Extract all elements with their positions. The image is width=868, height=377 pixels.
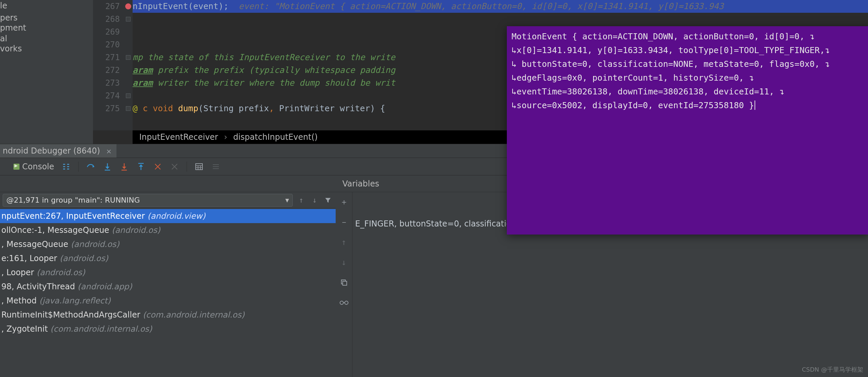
svg-rect-1 [122, 170, 127, 171]
fold-toggle-icon[interactable] [126, 106, 130, 111]
frame-label: , Method [1, 296, 39, 306]
svg-point-7 [345, 301, 348, 304]
tree-item[interactable]: al [0, 34, 93, 44]
svg-point-6 [340, 301, 343, 304]
tree-item[interactable]: le [0, 1, 93, 11]
frame-package: (java.lang.reflect) [39, 296, 111, 306]
frame-package: (android.os) [60, 254, 108, 263]
frame-label: 98, ActivityThread [1, 282, 78, 291]
line-number: 275 [93, 102, 120, 115]
thread-selector[interactable]: @21,971 in group "main": RUNNING [3, 194, 293, 207]
thread-view-icon[interactable] [61, 162, 71, 171]
frame-package: (android.app) [78, 282, 132, 291]
line-number: 273 [93, 77, 120, 89]
svg-rect-2 [138, 163, 144, 164]
console-tab[interactable]: Console [13, 162, 54, 171]
frame-package: (android.os) [37, 268, 85, 277]
line-number: 269 [93, 26, 120, 38]
tree-item[interactable]: pment [0, 23, 93, 33]
frame-label: , ZygoteInit [1, 324, 50, 334]
evaluate-popup[interactable]: MotionEvent { action=ACTION_DOWN, action… [507, 26, 868, 235]
console-label: Console [22, 162, 54, 171]
frame-label: e:161, Looper [1, 254, 60, 263]
separator [78, 162, 79, 172]
frame-package: (com.android.internal.os) [143, 310, 244, 320]
code-line[interactable] [132, 13, 868, 26]
thread-selector-row: @21,971 in group "main": RUNNING ↑ ↓ [0, 192, 336, 208]
frames-header [0, 175, 336, 192]
gutter-icon-strip [124, 0, 132, 130]
stack-frame[interactable]: , Method (java.lang.reflect) [0, 294, 336, 308]
drop-frame-icon[interactable] [153, 162, 162, 171]
close-icon[interactable]: × [103, 147, 112, 155]
stack-frame[interactable]: ollOnce:-1, MessageQueue (android.os) [0, 223, 336, 237]
line-number: 270 [93, 38, 120, 51]
separator [187, 162, 187, 172]
line-number: 271 [93, 51, 120, 64]
stack-frame[interactable]: , Looper (android.os) [0, 265, 336, 280]
step-into-icon[interactable] [103, 162, 112, 171]
glasses-icon[interactable] [339, 298, 349, 308]
project-tree-sliver: le pers pment al vorks [0, 0, 93, 144]
force-step-into-icon[interactable] [120, 162, 129, 171]
frame-label: , Looper [1, 268, 37, 277]
arrow-up-icon[interactable]: ↑ [339, 237, 349, 247]
frames-list[interactable]: nputEvent:267, InputEventReceiver (andro… [0, 208, 336, 336]
filter-icon[interactable] [323, 195, 333, 205]
tree-item[interactable]: vorks [0, 44, 93, 54]
svg-rect-0 [105, 170, 110, 171]
javadoc-text: writer the writer where the dump should … [153, 78, 395, 88]
arrow-up-icon[interactable]: ↑ [296, 195, 306, 205]
code-text: nInputEvent(event); [132, 1, 228, 11]
frame-package: (android.os) [71, 239, 120, 249]
stack-frame[interactable]: , ZygoteInit (com.android.internal.os) [0, 322, 336, 336]
keyword: c void [143, 104, 178, 113]
javadoc-tag: aram [132, 78, 153, 88]
breakpoint-icon[interactable] [125, 3, 131, 9]
chevron-right-icon: › [220, 133, 230, 142]
debug-session-tab[interactable]: ndroid Debugger (8640) × [0, 144, 117, 157]
run-to-cursor-icon[interactable] [170, 162, 179, 171]
evaluate-expression-icon[interactable] [194, 162, 204, 171]
code-line[interactable]: nInputEvent(event); event: "MotionEvent … [132, 0, 868, 13]
line-number-gutter: 267 268 269 270 271 272 273 274 275 [93, 0, 124, 130]
remove-watch-icon[interactable]: － [339, 217, 349, 227]
stack-frame[interactable]: , MessageQueue (android.os) [0, 237, 336, 251]
fold-toggle-icon[interactable] [126, 55, 130, 60]
line-number: 272 [93, 64, 120, 77]
fold-toggle-icon[interactable] [126, 93, 130, 98]
param: (String prefix [198, 104, 269, 113]
line-number: 267 [93, 0, 120, 13]
stack-frame[interactable]: 98, ActivityThread (android.app) [0, 280, 336, 294]
frame-package: (android.view) [147, 211, 206, 221]
tree-item[interactable]: pers [0, 13, 93, 23]
javadoc-tag: aram [132, 65, 153, 75]
duplicate-icon[interactable] [339, 278, 349, 288]
popup-text: MotionEvent { action=ACTION_DOWN, action… [512, 32, 830, 110]
trace-current-stream-icon[interactable] [211, 162, 220, 171]
stack-frame[interactable]: RuntimeInit$MethodAndArgsCaller (com.and… [0, 308, 336, 322]
watermark: CSDN @千里马学框架 [802, 366, 863, 374]
text-cursor [754, 100, 755, 110]
variables-toolbar: ＋ － ↑ ↓ [336, 192, 352, 377]
javadoc-text: mp the state of this InputEventReceiver … [132, 52, 395, 62]
frame-label: , MessageQueue [1, 239, 71, 249]
stack-frame[interactable]: nputEvent:267, InputEventReceiver (andro… [0, 209, 336, 223]
stack-frame[interactable]: e:161, Looper (android.os) [0, 251, 336, 265]
frame-label: RuntimeInit$MethodAndArgsCaller [1, 310, 143, 320]
breadcrumb-item[interactable]: InputEventReceiver [139, 133, 218, 142]
step-out-icon[interactable] [136, 162, 146, 171]
annotation-icon: @ [132, 104, 137, 113]
frame-package: (com.android.internal.os) [50, 324, 152, 334]
inline-value-hint: event: "MotionEvent { action=ACTION_DOWN… [228, 1, 724, 11]
javadoc-text: prefix the prefix (typically whitespace … [153, 65, 395, 75]
arrow-down-icon[interactable]: ↓ [309, 195, 319, 205]
arrow-down-icon[interactable]: ↓ [339, 257, 349, 267]
frame-package: (android.os) [112, 226, 160, 235]
add-watch-icon[interactable]: ＋ [339, 197, 349, 207]
punct: , [269, 104, 279, 113]
breadcrumb-item[interactable]: dispatchInputEvent() [233, 133, 318, 142]
console-icon [13, 164, 20, 170]
step-over-icon[interactable] [86, 162, 95, 171]
fold-toggle-icon[interactable] [126, 17, 130, 22]
